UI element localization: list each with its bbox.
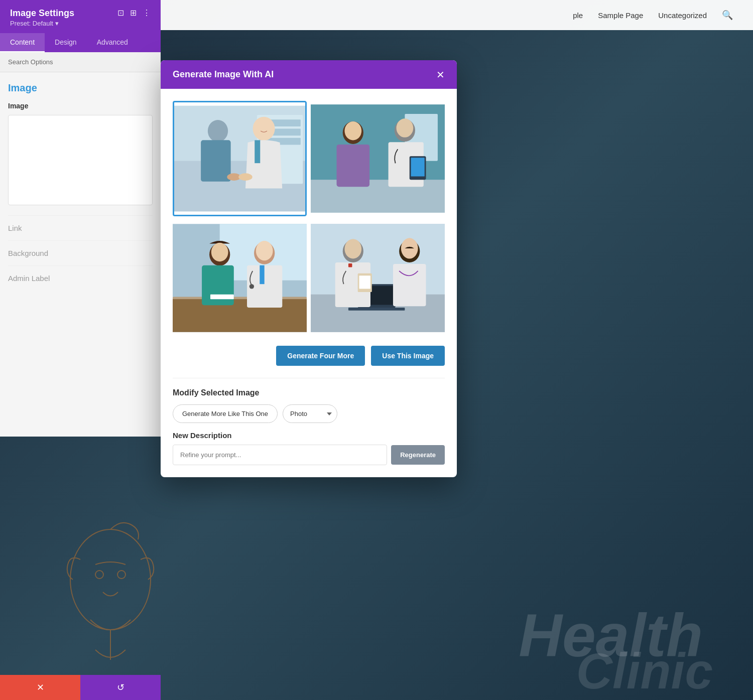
search-icon[interactable]: 🔍 (722, 10, 733, 21)
panel-title: Image Settings (10, 8, 74, 19)
more-options-icon[interactable]: ⋮ (143, 8, 151, 18)
modify-section: Modify Selected Image Generate More Like… (173, 378, 445, 423)
modal-title: Generate Image With AI (173, 69, 274, 80)
modal-actions: Generate Four More Use This Image (173, 346, 445, 366)
undo-button[interactable]: ↺ (80, 675, 161, 700)
face-illustration (40, 499, 181, 675)
image-upload-area[interactable] (8, 115, 153, 205)
panel-tabs: Content Design Advanced (0, 33, 161, 52)
cancel-icon: ✕ (37, 682, 44, 693)
link-section[interactable]: Link (8, 215, 153, 240)
panel-header-icons: ⊡ ⊞ ⋮ (117, 8, 151, 18)
svg-rect-52 (348, 263, 352, 267)
svg-point-2 (117, 571, 126, 579)
fullscreen-icon[interactable]: ⊡ (117, 8, 124, 18)
close-button[interactable]: ✕ (436, 70, 445, 80)
nav-link-ple[interactable]: ple (573, 11, 583, 20)
description-label: New Description (173, 431, 445, 440)
svg-point-11 (208, 120, 228, 142)
ai-modal: Generate Image With AI ✕ (161, 60, 457, 477)
image-grid (173, 101, 445, 336)
svg-rect-41 (260, 265, 264, 284)
svg-rect-48 (348, 308, 405, 311)
search-options[interactable]: Search Options (0, 52, 161, 72)
svg-point-26 (397, 118, 414, 137)
panel-subtitle[interactable]: Preset: Default ▾ (10, 20, 74, 27)
panel-content: Image Image Link Background Admin Label (0, 72, 161, 437)
grid-icon[interactable]: ⊞ (130, 8, 137, 18)
description-input[interactable] (173, 445, 387, 465)
svg-point-16 (238, 173, 252, 181)
description-section: New Description Regenerate (173, 431, 445, 465)
image-cell-4[interactable] (311, 220, 445, 336)
svg-rect-14 (255, 140, 260, 163)
svg-rect-37 (210, 295, 234, 299)
nav-link-uncategorized[interactable]: Uncategorized (658, 11, 707, 20)
bottom-action-bar: ✕ ↺ (0, 675, 161, 700)
background-clinic-text: Clinic (576, 642, 713, 700)
tab-content[interactable]: Content (0, 33, 45, 52)
svg-point-35 (211, 243, 228, 261)
image-cell-2[interactable] (311, 101, 445, 216)
regenerate-button[interactable]: Regenerate (391, 445, 445, 465)
cancel-button[interactable]: ✕ (0, 675, 80, 700)
svg-point-50 (344, 239, 361, 258)
background-section[interactable]: Background (8, 240, 153, 265)
left-panel: Image Settings Preset: Default ▾ ⊡ ⊞ ⋮ C… (0, 0, 161, 437)
modify-controls: Generate More Like This One Photo Illust… (173, 404, 445, 423)
use-this-image-button[interactable]: Use This Image (371, 346, 445, 366)
generate-four-more-button[interactable]: Generate Four More (276, 346, 365, 366)
modal-header: Generate Image With AI ✕ (161, 60, 457, 89)
image-field-label: Image (8, 102, 153, 110)
generate-more-like-button[interactable]: Generate More Like This One (173, 404, 278, 423)
svg-point-0 (70, 529, 151, 630)
svg-point-39 (256, 241, 273, 260)
tab-design[interactable]: Design (45, 33, 87, 52)
panel-header: Image Settings Preset: Default ▾ ⊡ ⊞ ⋮ (0, 0, 161, 33)
description-input-row: Regenerate (173, 445, 445, 465)
svg-rect-24 (337, 145, 370, 187)
style-select[interactable]: Photo Illustration Painting 3D Render (283, 404, 337, 423)
svg-point-42 (249, 284, 254, 289)
modal-body: Generate Four More Use This Image Modify… (161, 89, 457, 477)
svg-rect-29 (411, 158, 425, 176)
svg-point-23 (344, 121, 361, 140)
modify-title: Modify Selected Image (173, 388, 445, 397)
svg-point-1 (95, 571, 103, 579)
svg-rect-33 (173, 299, 307, 332)
tab-advanced[interactable]: Advanced (87, 33, 138, 52)
svg-rect-57 (393, 264, 426, 306)
image-cell-1[interactable] (173, 101, 307, 216)
svg-rect-54 (359, 275, 370, 289)
section-title: Image (8, 82, 153, 94)
nav-link-sample-page[interactable]: Sample Page (598, 11, 643, 20)
undo-icon: ↺ (117, 682, 124, 693)
image-cell-3[interactable] (173, 220, 307, 336)
svg-rect-12 (201, 140, 231, 181)
admin-label-section[interactable]: Admin Label (8, 265, 153, 291)
